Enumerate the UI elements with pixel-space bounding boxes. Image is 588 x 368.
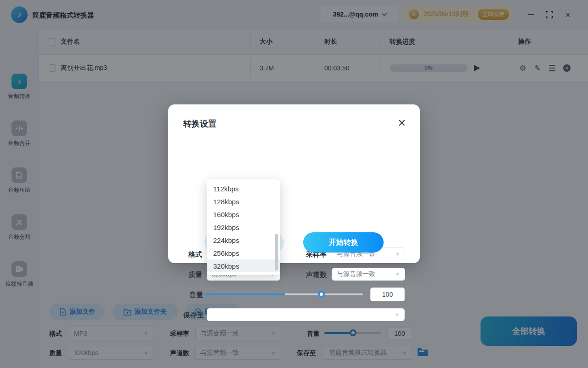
dropdown-option[interactable]: 112kbps	[207, 182, 280, 195]
start-conversion-button[interactable]: 开始转换	[303, 232, 384, 253]
modal-save-label: 保存至	[183, 311, 204, 320]
modal-channels-value: 与源音频一致	[337, 270, 375, 278]
dropdown-scrollbar[interactable]	[275, 234, 278, 270]
modal-channels-select[interactable]: 与源音频一致▼	[332, 268, 405, 281]
modal-quality-label: 质量	[188, 270, 202, 279]
dialog-title: 转换设置	[183, 118, 216, 129]
dropdown-option[interactable]: 224kbps	[207, 234, 280, 247]
modal-save-select[interactable]: ▼	[207, 308, 405, 321]
quality-dropdown-list: 112kbps 128kbps 160kbps 192kbps 224kbps …	[207, 179, 280, 275]
dialog-close-button[interactable]: ✕	[398, 117, 406, 129]
dropdown-option[interactable]: 256kbps	[207, 247, 280, 259]
modal-volume-input[interactable]: 100	[370, 288, 405, 301]
modal-volume-slider[interactable]	[204, 293, 363, 295]
modal-channels-label: 声道数	[306, 270, 327, 279]
dropdown-arrow-icon: ▼	[395, 271, 400, 277]
app-window: ♪ 简鹿音频格式转换器 392...@qq.com V 2025/06/13到期…	[0, 0, 588, 368]
conversion-settings-dialog: 转换设置 ✕ 格式 MP3▼ 采样率 与源音频一致▼ 质量 320kbps▼ 声…	[168, 104, 420, 263]
dropdown-arrow-icon: ▼	[395, 312, 400, 317]
dropdown-option[interactable]: 128kbps	[207, 195, 280, 208]
modal-format-label: 格式	[188, 250, 202, 259]
modal-volume-label: 音量	[189, 291, 203, 299]
dropdown-option-selected[interactable]: 320kbps	[207, 259, 280, 272]
dropdown-option[interactable]: 160kbps	[207, 208, 280, 221]
dropdown-arrow-icon: ▼	[395, 251, 400, 257]
dropdown-option[interactable]: 192kbps	[207, 221, 280, 234]
slider-handle[interactable]	[318, 291, 325, 298]
